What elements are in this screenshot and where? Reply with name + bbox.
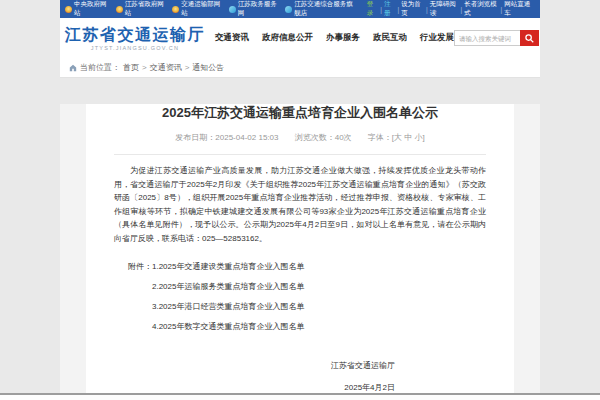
topbar-link-label: 江苏政务服务网 [238,0,277,18]
breadcrumb-prefix: 当前位置： [80,62,120,73]
title-divider [114,154,486,155]
signature-block: 江苏省交通运输厅 2025年4月2日 [100,360,500,393]
search-button[interactable] [520,30,539,46]
site-logo[interactable]: 江苏省交通运输厅 JTYST.JIANGSU.GOV.CN [65,26,205,51]
topbar-link-label: 江苏省政府网站 [125,0,164,18]
attachment-list: 附件：1.2025年交通建设类重点培育企业入围名单 2.2025年运输服务类重点… [114,257,486,337]
national-emblem-icon [116,6,123,13]
topbar-link-label: 江苏交通综合服务旗舰店 [294,0,357,18]
separator: | [501,6,503,13]
separator: | [380,6,382,13]
home-icon [69,64,77,72]
main-nav: 交通资讯 政府信息公开 办事服务 政民互动 行业发展 [215,32,454,44]
accessibility-link[interactable]: 无障碍阅读 [430,0,459,18]
attachment-row: 2.2025年运输服务类重点培育企业入围名单 [152,277,486,297]
nav-item-news[interactable]: 交通资讯 [215,32,249,44]
publish-date: 发布日期：2025-04-02 15:03 [175,133,278,142]
breadcrumb-news[interactable]: 交通资讯 [150,62,182,73]
topbar-link-jiangsu-gov[interactable]: 江苏省政府网站 [116,0,164,18]
article-body-paragraph: 为促进江苏交通运输产业高质量发展，助力江苏交通企业做大做强，持续发挥优质企业龙头… [114,164,486,245]
breadcrumb-separator: > [142,63,147,72]
register-link[interactable]: 注册 [384,0,395,18]
attachment-link-3[interactable]: 3.2025年港口经营类重点培育企业入围名单 [152,302,304,311]
breadcrumb-separator: > [185,63,190,72]
issuing-authority: 江苏省交通运输厅 [100,360,395,371]
magnifier-icon [525,34,534,43]
national-emblem-icon [172,6,179,13]
attachment-link-4[interactable]: 4.2025年数字交通类重点培育企业入围名单 [152,322,304,331]
breadcrumb-home[interactable]: 首页 [123,62,139,73]
login-link[interactable]: 登录 [367,0,378,18]
breadcrumb: 当前位置： 首页 > 交通资讯 > 通知公告 [60,58,540,78]
search-input[interactable] [454,30,520,46]
font-size-control: 字体：[大 中 小] [368,133,425,142]
site-header: 江苏省交通运输厅 JTYST.JIANGSU.GOV.CN 交通资讯 政府信息公… [60,18,540,58]
site-search [454,30,539,46]
issue-date: 2025年4月2日 [100,382,395,393]
attachment-link-1[interactable]: 1.2025年交通建设类重点培育企业入围名单 [152,262,304,271]
topbar-link-label: 交通运输部网站 [181,0,220,18]
attachment-link-2[interactable]: 2.2025年运输服务类重点培育企业入围名单 [152,282,304,291]
service-logo-icon [285,6,292,13]
attachments-label: 附件： [128,262,152,271]
topbar-link-jiangsu-service[interactable]: 江苏政务服务网 [229,0,277,18]
content-section: 2025年江苏交通运输重点培育企业入围名单公示 发布日期：2025-04-02 … [60,104,540,400]
attachment-row: 4.2025年数字交通类重点培育企业入围名单 [152,317,486,337]
topbar-link-ministry-transport[interactable]: 交通运输部网站 [172,0,220,18]
site-container: 中央政府网站 江苏省政府网站 交通运输部网站 江苏政务服务网 江苏交通综合服务旗… [60,0,540,400]
national-emblem-icon [65,6,72,13]
nav-item-services[interactable]: 办事服务 [326,32,360,44]
service-logo-icon [229,6,236,13]
font-size-options[interactable]: [大 中 小] [392,133,425,142]
top-government-bar: 中央政府网站 江苏省政府网站 交通运输部网站 江苏政务服务网 江苏交通综合服务旗… [60,0,540,18]
site-express-link[interactable]: 网站直通车 [504,0,533,18]
topbar-link-label: 中央政府网站 [74,0,108,18]
attachment-row: 3.2025年港口经营类重点培育企业入围名单 [152,297,486,317]
topbar-gov-links: 中央政府网站 江苏省政府网站 交通运输部网站 江苏政务服务网 江苏交通综合服务旗… [65,0,365,18]
nav-item-info-disclosure[interactable]: 政府信息公开 [262,32,313,44]
topbar-link-transport-flagship[interactable]: 江苏交通综合服务旗舰店 [285,0,357,18]
topbar-link-central-gov[interactable]: 中央政府网站 [65,0,108,18]
separator: | [397,6,399,13]
elder-mode-link[interactable]: 长者浏览模式 [464,0,498,18]
site-domain: JTYST.JIANGSU.GOV.CN [65,45,205,51]
site-title: 江苏省交通运输厅 [65,26,205,43]
view-count: 浏览次数：40次 [295,133,352,142]
nav-item-interaction[interactable]: 政民互动 [373,32,407,44]
breadcrumb-notices[interactable]: 通知公告 [192,62,224,73]
article-title: 2025年江苏交通运输重点培育企业入围名单公示 [100,104,500,122]
separator: | [460,6,462,13]
nav-item-industry[interactable]: 行业发展 [420,32,454,44]
separator: | [426,6,428,13]
article-meta: 发布日期：2025-04-02 15:03 浏览次数：40次 字体：[大 中 小… [100,132,500,143]
attachment-row: 附件：1.2025年交通建设类重点培育企业入围名单 [114,257,486,277]
set-homepage-link[interactable]: 设为首页 [401,0,424,18]
topbar-user-links: 登录 | 注册 | 设为首页 | 无障碍阅读 | 长者浏览模式 | 网站直通车 [365,0,535,18]
footer-divider [0,393,600,400]
article-card: 2025年江苏交通运输重点培育企业入围名单公示 发布日期：2025-04-02 … [86,104,514,400]
